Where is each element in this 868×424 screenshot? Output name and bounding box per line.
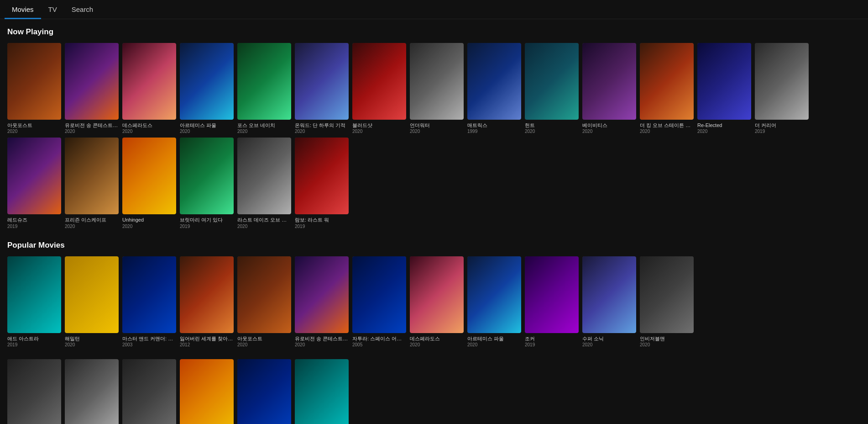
movie-title: 언더워터 [410, 122, 464, 128]
movie-poster [697, 43, 751, 120]
movie-card[interactable]: 언더워터2020 [410, 43, 464, 134]
movie-title: 헌트 [525, 122, 579, 128]
movie-card[interactable]: 블러드샷2020 [352, 43, 406, 134]
movie-poster [180, 138, 234, 214]
movie-card[interactable]: 라스트 데이즈 오브 아메리칸 크라...2020 [237, 138, 291, 228]
movie-card[interactable]: 해밀턴2020 [65, 256, 119, 347]
movie-card[interactable]: 조커2019 [525, 256, 579, 347]
movie-poster-image [237, 138, 291, 214]
movie-year: 2012 [180, 342, 234, 347]
movie-title: 해밀턴 [65, 335, 119, 342]
movie-card[interactable]: 아르테미스 파울2020 [180, 43, 234, 134]
movie-card[interactable]: 프리즌 이스케이프2020 [65, 138, 119, 228]
movie-card[interactable]: 아웃포스트2020 [7, 43, 61, 134]
movie-year: 2020 [697, 129, 751, 134]
movie-card[interactable]: 아웃포스트2020 [237, 256, 291, 347]
movie-poster-image [122, 138, 176, 214]
movie-poster-image [237, 43, 291, 120]
movie-card[interactable]: 아르테미스 파울2020 [467, 256, 521, 347]
movie-card[interactable]: 애드 아스트라2019 [7, 256, 61, 347]
movie-title: 유로비전 송 콘테스트: 파이어 차... [295, 335, 349, 342]
movie-card[interactable]: 인비저블맨2020 [640, 256, 694, 347]
movie-poster-image [7, 256, 61, 333]
movie-card[interactable] [295, 359, 349, 424]
movie-title: 브릿마리 여기 있다 [180, 217, 234, 223]
movie-card[interactable]: 매트릭스1999 [467, 43, 521, 134]
movie-poster-image [582, 256, 636, 333]
movie-year: 2019 [180, 224, 234, 229]
movie-poster [7, 256, 61, 333]
movie-poster [180, 43, 234, 120]
movie-card[interactable]: 데스페라도스2020 [122, 43, 176, 134]
movie-card[interactable]: 유로비전 송 콘테스트: 파이어 차...2020 [295, 256, 349, 347]
movie-poster-image [122, 256, 176, 333]
movie-poster-image [410, 256, 464, 333]
navigation: Movies TV Search [0, 0, 868, 19]
movie-title: 프리즌 이스케이프 [65, 217, 119, 223]
movie-card[interactable]: Unhinged2020 [122, 138, 176, 228]
movie-poster-image [7, 138, 61, 214]
movie-poster [410, 256, 464, 333]
movie-card[interactable]: 베이비티스2020 [582, 43, 636, 134]
movie-year: 2019 [7, 342, 61, 347]
movie-poster [65, 43, 119, 120]
movie-card[interactable]: 브릿마리 여기 있다2019 [180, 138, 234, 228]
movie-card[interactable]: 유로비전 송 콘테스트: 파이어 차...2020 [65, 43, 119, 134]
nav-search[interactable]: Search [64, 0, 101, 19]
movie-poster-image [122, 43, 176, 120]
section-title-popular-movies: Popular Movies [7, 241, 861, 250]
movie-year: 2020 [582, 129, 636, 134]
movie-poster [237, 43, 291, 120]
movie-card[interactable] [180, 359, 234, 424]
movie-card[interactable]: 람보: 라스트 워2019 [295, 138, 349, 228]
movie-poster-image [122, 359, 176, 424]
movie-title: 마스터 앤드 커맨더: 위대한 정복... [122, 335, 176, 342]
movie-grid-now-playing: 아웃포스트2020유로비전 송 콘테스트: 파이어 차...2020데스페라도스… [7, 43, 861, 229]
movie-card[interactable]: 포스 오브 네이치2020 [237, 43, 291, 134]
movie-poster-image [755, 43, 809, 120]
nav-movies[interactable]: Movies [5, 0, 41, 19]
movie-card[interactable] [237, 359, 291, 424]
movie-card[interactable]: 헌트2020 [525, 43, 579, 134]
movie-title: 수퍼 소닉 [582, 335, 636, 342]
movie-poster [180, 256, 234, 333]
movie-card[interactable]: 수퍼 소닉2020 [582, 256, 636, 347]
movie-poster-image [7, 43, 61, 120]
movie-title: 조커 [525, 335, 579, 342]
movie-card[interactable]: 온워드: 단 하루의 기적2020 [295, 43, 349, 134]
movie-card[interactable]: 마스터 앤드 커맨더: 위대한 정복...2003 [122, 256, 176, 347]
movie-card[interactable]: 더 커리어2019 [755, 43, 809, 134]
movie-year: 2020 [582, 342, 636, 347]
movie-card[interactable] [122, 359, 176, 424]
movie-title: 더 킹 오브 스테이튼 아일랜드 [640, 122, 694, 128]
movie-poster [295, 43, 349, 120]
movie-poster-image [525, 43, 579, 120]
movie-poster-image [295, 256, 349, 333]
movie-card[interactable] [7, 359, 61, 424]
movie-title: 유로비전 송 콘테스트: 파이어 차... [65, 122, 119, 128]
movie-card[interactable]: 더 킹 오브 스테이튼 아일랜드2020 [640, 43, 694, 134]
movie-poster-image [352, 43, 406, 120]
movie-poster-image [7, 359, 61, 424]
movie-poster-image [295, 43, 349, 120]
movie-card[interactable]: 레드슈즈2019 [7, 138, 61, 228]
movie-title: 아웃포스트 [237, 335, 291, 342]
movie-card[interactable] [65, 359, 119, 424]
movie-title: 인비저블맨 [640, 335, 694, 342]
movie-poster-image [352, 256, 406, 333]
movie-title: 포스 오브 네이치 [237, 122, 291, 128]
nav-tv[interactable]: TV [41, 0, 64, 19]
movie-title: 자투라: 스페이스 어드벤처 [352, 335, 406, 342]
movie-card[interactable]: 자투라: 스페이스 어드벤처2005 [352, 256, 406, 347]
movie-year: 2020 [237, 129, 291, 134]
movie-card[interactable]: 잃어버린 세계를 찾아서 2: 신비...2012 [180, 256, 234, 347]
movie-year: 2019 [7, 224, 61, 229]
movie-poster [295, 138, 349, 214]
movie-poster [7, 359, 61, 424]
movie-year: 2020 [467, 342, 521, 347]
movie-year: 2020 [237, 342, 291, 347]
movie-card[interactable]: 데스페라도스2020 [410, 256, 464, 347]
movie-poster-image [65, 138, 119, 214]
movie-title: 애드 아스트라 [7, 335, 61, 342]
movie-card[interactable]: Re-Elected2020 [697, 43, 751, 134]
